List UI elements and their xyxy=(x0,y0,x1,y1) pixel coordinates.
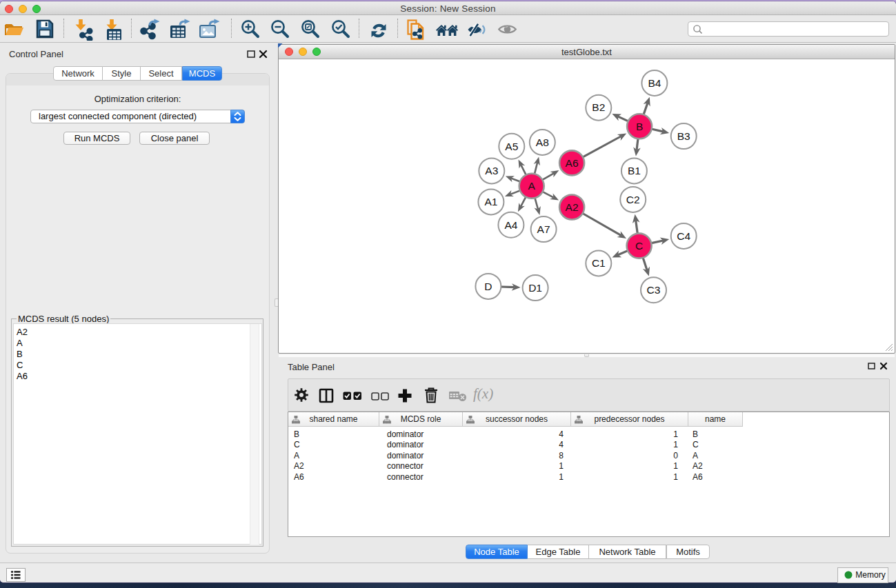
svg-text:A1: A1 xyxy=(484,196,497,207)
svg-text:C4: C4 xyxy=(677,230,690,242)
svg-text:C1: C1 xyxy=(592,257,606,269)
svg-text:D: D xyxy=(484,281,492,292)
svg-text:B3: B3 xyxy=(677,130,690,142)
svg-text:A7: A7 xyxy=(537,223,550,235)
svg-text:A8: A8 xyxy=(536,136,549,148)
svg-text:B4: B4 xyxy=(648,77,661,89)
svg-text:A5: A5 xyxy=(505,141,518,152)
svg-text:C: C xyxy=(635,240,643,252)
svg-text:B1: B1 xyxy=(628,165,641,176)
svg-text:C3: C3 xyxy=(647,284,661,296)
svg-text:A3: A3 xyxy=(485,165,498,176)
svg-text:D1: D1 xyxy=(528,282,542,294)
svg-text:B: B xyxy=(636,121,643,132)
svg-text:A: A xyxy=(528,180,536,192)
svg-text:A4: A4 xyxy=(504,219,517,231)
svg-text:C2: C2 xyxy=(626,194,640,205)
svg-text:B2: B2 xyxy=(592,101,605,113)
svg-text:A2: A2 xyxy=(566,201,579,213)
svg-text:A6: A6 xyxy=(566,157,579,169)
